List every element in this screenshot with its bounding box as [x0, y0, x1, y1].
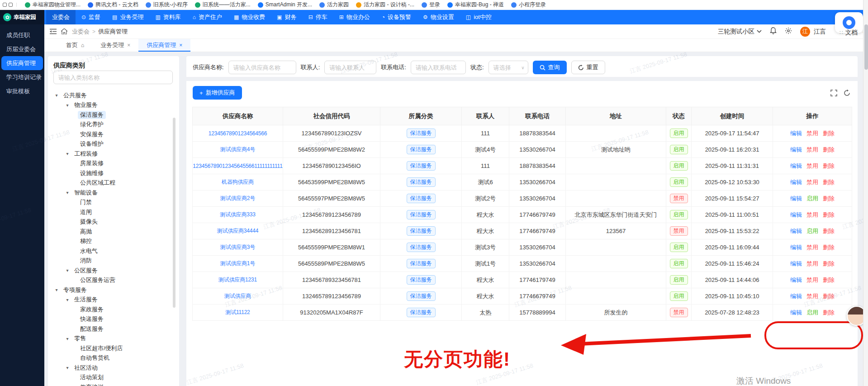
status-select[interactable]: ∨ — [489, 61, 528, 74]
tree-node[interactable]: ▾专项服务 — [48, 285, 179, 295]
delete-link[interactable]: 删除 — [823, 195, 835, 202]
category-scrollbar[interactable] — [173, 118, 175, 308]
nav-item-office[interactable]: ⊞物业办公 — [333, 10, 376, 24]
disable-link[interactable]: 禁用 — [806, 293, 818, 300]
supplier-name-link[interactable]: 测试供应商34444 — [217, 228, 258, 234]
nav-item-supervise[interactable]: ⊙监督 — [76, 10, 106, 24]
bookmark-item[interactable]: SmartAdmin 开发... — [254, 0, 316, 10]
tree-node[interactable]: ▾工程装修 — [48, 149, 179, 159]
sidebar-item[interactable]: 供应商管理 — [1, 56, 43, 70]
caret-down-icon[interactable]: ▾ — [64, 365, 71, 370]
supplier-name-link[interactable]: 机器狗供应商 — [222, 179, 254, 185]
delete-link[interactable]: 删除 — [823, 309, 835, 316]
caret-down-icon[interactable]: ▾ — [64, 103, 71, 108]
community-selector[interactable]: 三轮测试小区 — [718, 28, 762, 36]
tree-node[interactable]: 房屋装修 — [48, 159, 179, 169]
caret-down-icon[interactable]: ▾ — [64, 190, 71, 195]
edit-link[interactable]: 编辑 — [790, 244, 802, 251]
tree-node[interactable]: 快递服务 — [48, 315, 179, 324]
supplier-name-link[interactable]: 12345678901234564566 — [209, 130, 267, 137]
tree-node[interactable]: ▾生活服务 — [48, 295, 179, 305]
tree-node[interactable]: 梯控 — [48, 237, 179, 247]
caret-down-icon[interactable]: ▾ — [64, 151, 71, 156]
edit-link[interactable]: 编辑 — [790, 260, 802, 267]
sidebar-item[interactable]: 历届业委会 — [0, 42, 44, 56]
tree-node[interactable]: 活动策划 — [48, 373, 179, 383]
edit-link[interactable]: 编辑 — [790, 293, 802, 300]
edit-link[interactable]: 编辑 — [790, 130, 802, 137]
browser-panel-icons[interactable] — [3, 3, 17, 7]
fullscreen-icon[interactable] — [830, 90, 837, 96]
tree-node[interactable]: 安保服务 — [48, 129, 179, 139]
notification-bell-icon[interactable] — [770, 27, 777, 36]
bookmark-item[interactable]: 幸福家园物业管理... — [21, 0, 84, 10]
supplier-name-link[interactable]: 12345678901234564556611111111111 — [193, 163, 282, 169]
status-select-input[interactable] — [489, 61, 528, 74]
edit-link[interactable]: 编辑 — [790, 146, 802, 153]
supplier-name-link[interactable]: 测试供应商4号 — [220, 146, 255, 152]
delete-link[interactable]: 删除 — [823, 211, 835, 218]
tree-node[interactable]: 设施维修 — [48, 168, 179, 178]
filter-input[interactable] — [324, 61, 376, 74]
refresh-icon[interactable] — [844, 90, 850, 96]
nav-item-alert[interactable]: ◔设备预警 — [376, 10, 417, 24]
tree-node[interactable]: 配送服务 — [48, 324, 179, 334]
delete-link[interactable]: 删除 — [823, 244, 835, 251]
nav-item-finance[interactable]: ▣财务 — [271, 10, 302, 24]
close-icon[interactable]: × — [179, 42, 182, 48]
disable-link[interactable]: 禁用 — [806, 244, 818, 251]
bookmark-item[interactable]: 腾讯文档 - 云文档 — [84, 0, 142, 10]
tree-node[interactable]: ▾公共服务 — [48, 91, 179, 100]
enable-link[interactable]: 启用 — [806, 309, 818, 316]
tree-node[interactable]: 水电气 — [48, 246, 179, 256]
tree-node[interactable]: 教育培训 — [48, 382, 179, 386]
settings-gear-icon[interactable] — [785, 27, 792, 36]
delete-link[interactable]: 删除 — [823, 179, 835, 186]
supplier-name-link[interactable]: 测试供应商333 — [220, 211, 255, 218]
filter-input[interactable] — [411, 61, 466, 74]
delete-link[interactable]: 删除 — [823, 162, 835, 169]
browser-scrollbar[interactable] — [863, 0, 868, 386]
tree-node[interactable]: 公共区域工程 — [48, 178, 179, 188]
category-search-input[interactable] — [53, 71, 173, 84]
home-icon[interactable] — [61, 29, 67, 34]
disable-link[interactable]: 禁用 — [806, 179, 818, 186]
bookmark-item[interactable]: 幸福家园-Bug - 禅道 — [444, 0, 508, 10]
edit-link[interactable]: 编辑 — [790, 211, 802, 218]
tree-node[interactable]: ▾公区服务 — [48, 266, 179, 276]
caret-down-icon[interactable]: ▾ — [64, 268, 71, 273]
tree-node[interactable]: 绿化养护 — [48, 120, 179, 130]
tree-node[interactable]: 社区超市/便利店 — [48, 343, 179, 353]
doc-dock[interactable]: ∷ 文档 《 — [840, 29, 865, 37]
delete-link[interactable]: 删除 — [823, 228, 835, 234]
tab-供应商管理[interactable]: 供应商管理× — [138, 39, 190, 52]
close-icon[interactable]: × — [127, 42, 130, 48]
supplier-name-link[interactable]: 测试供应商1231 — [218, 276, 257, 283]
edit-link[interactable]: 编辑 — [790, 162, 802, 169]
nav-item-fee[interactable]: ▦物业收费 — [228, 10, 271, 24]
nav-item-settings[interactable]: ⚙物业设置 — [417, 10, 460, 24]
supplier-name-link[interactable]: 测试供应商2号 — [220, 195, 255, 201]
reset-button[interactable]: 重置 — [571, 61, 605, 74]
disable-link[interactable]: 禁用 — [806, 276, 818, 283]
disable-link[interactable]: 禁用 — [806, 146, 818, 153]
edit-link[interactable]: 编辑 — [790, 228, 802, 234]
nav-item-committee[interactable]: 业委会 — [46, 10, 76, 24]
tab-首页[interactable]: 首页⌂ — [58, 39, 92, 52]
tree-node[interactable]: 门禁 — [48, 198, 179, 208]
tree-node[interactable]: 消防 — [48, 256, 179, 266]
tree-node[interactable]: ▾零售 — [48, 334, 179, 344]
caret-down-icon[interactable]: ▾ — [64, 336, 71, 341]
tree-node[interactable]: 自动售货机 — [48, 353, 179, 363]
edit-link[interactable]: 编辑 — [790, 276, 802, 283]
enable-link[interactable]: 启用 — [806, 195, 818, 202]
supplier-name-link[interactable]: 测试供应商 — [224, 293, 251, 299]
tree-node[interactable]: 道闸 — [48, 207, 179, 217]
collapse-menu-icon[interactable] — [50, 29, 57, 34]
nav-item-asset[interactable]: ⌂资产住户 — [187, 10, 228, 24]
bookmark-item[interactable]: 登录 — [418, 0, 444, 10]
delete-link[interactable]: 删除 — [823, 293, 835, 300]
user-avatar[interactable]: 江 — [800, 27, 810, 37]
tree-node[interactable]: ▾物业服务 — [48, 100, 179, 110]
supplier-name-link[interactable]: 测试11122 — [225, 309, 250, 315]
